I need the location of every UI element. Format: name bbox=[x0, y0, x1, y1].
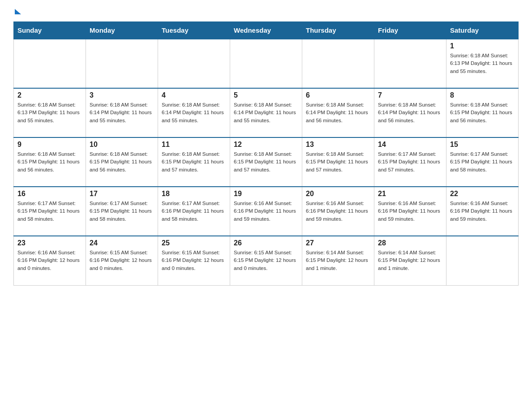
calendar-cell: 18Sunrise: 6:17 AM Sunset: 6:16 PM Dayli… bbox=[158, 187, 230, 236]
day-info: Sunrise: 6:18 AM Sunset: 6:13 PM Dayligh… bbox=[450, 52, 515, 75]
day-number: 3 bbox=[90, 91, 154, 99]
day-info: Sunrise: 6:18 AM Sunset: 6:14 PM Dayligh… bbox=[90, 101, 154, 124]
week-row-1: 1Sunrise: 6:18 AM Sunset: 6:13 PM Daylig… bbox=[14, 39, 519, 88]
calendar-cell: 28Sunrise: 6:14 AM Sunset: 6:15 PM Dayli… bbox=[374, 236, 446, 285]
day-info: Sunrise: 6:18 AM Sunset: 6:14 PM Dayligh… bbox=[162, 101, 226, 124]
calendar-cell bbox=[374, 39, 446, 88]
day-info: Sunrise: 6:16 AM Sunset: 6:16 PM Dayligh… bbox=[234, 200, 298, 223]
day-info: Sunrise: 6:18 AM Sunset: 6:13 PM Dayligh… bbox=[17, 101, 82, 124]
week-row-4: 16Sunrise: 6:17 AM Sunset: 6:15 PM Dayli… bbox=[14, 187, 519, 236]
day-info: Sunrise: 6:14 AM Sunset: 6:15 PM Dayligh… bbox=[378, 249, 442, 272]
calendar-cell bbox=[14, 39, 86, 88]
day-info: Sunrise: 6:17 AM Sunset: 6:15 PM Dayligh… bbox=[450, 150, 515, 174]
day-number: 12 bbox=[234, 141, 298, 149]
day-info: Sunrise: 6:18 AM Sunset: 6:15 PM Dayligh… bbox=[90, 150, 154, 174]
day-number: 1 bbox=[450, 42, 515, 50]
day-number: 24 bbox=[90, 239, 154, 247]
day-number: 9 bbox=[17, 141, 82, 149]
calendar-cell bbox=[158, 39, 230, 88]
calendar-cell: 24Sunrise: 6:15 AM Sunset: 6:16 PM Dayli… bbox=[86, 236, 158, 285]
calendar-cell: 17Sunrise: 6:17 AM Sunset: 6:15 PM Dayli… bbox=[86, 187, 158, 236]
calendar-cell: 16Sunrise: 6:17 AM Sunset: 6:15 PM Dayli… bbox=[14, 187, 86, 236]
calendar-cell bbox=[302, 39, 374, 88]
calendar-cell: 19Sunrise: 6:16 AM Sunset: 6:16 PM Dayli… bbox=[230, 187, 302, 236]
day-info: Sunrise: 6:18 AM Sunset: 6:15 PM Dayligh… bbox=[234, 150, 298, 174]
day-info: Sunrise: 6:14 AM Sunset: 6:15 PM Dayligh… bbox=[306, 249, 370, 272]
calendar-cell: 10Sunrise: 6:18 AM Sunset: 6:15 PM Dayli… bbox=[86, 137, 158, 187]
day-info: Sunrise: 6:18 AM Sunset: 6:15 PM Dayligh… bbox=[450, 101, 515, 124]
day-info: Sunrise: 6:15 AM Sunset: 6:16 PM Dayligh… bbox=[162, 249, 226, 272]
calendar-cell: 5Sunrise: 6:18 AM Sunset: 6:14 PM Daylig… bbox=[230, 88, 302, 137]
day-number: 2 bbox=[17, 91, 82, 99]
day-header-wednesday: Wednesday bbox=[230, 22, 302, 39]
calendar-cell: 8Sunrise: 6:18 AM Sunset: 6:15 PM Daylig… bbox=[446, 88, 519, 137]
header-row: SundayMondayTuesdayWednesdayThursdayFrid… bbox=[14, 22, 519, 39]
day-number: 16 bbox=[17, 190, 82, 198]
day-info: Sunrise: 6:17 AM Sunset: 6:15 PM Dayligh… bbox=[17, 200, 82, 223]
calendar-cell: 2Sunrise: 6:18 AM Sunset: 6:13 PM Daylig… bbox=[14, 88, 86, 137]
day-number: 25 bbox=[162, 239, 226, 247]
calendar-cell: 27Sunrise: 6:14 AM Sunset: 6:15 PM Dayli… bbox=[302, 236, 374, 285]
day-info: Sunrise: 6:16 AM Sunset: 6:16 PM Dayligh… bbox=[450, 200, 515, 223]
calendar-cell: 12Sunrise: 6:18 AM Sunset: 6:15 PM Dayli… bbox=[230, 137, 302, 187]
calendar-cell: 25Sunrise: 6:15 AM Sunset: 6:16 PM Dayli… bbox=[158, 236, 230, 285]
day-info: Sunrise: 6:17 AM Sunset: 6:16 PM Dayligh… bbox=[162, 200, 226, 223]
day-number: 22 bbox=[450, 190, 515, 198]
day-number: 20 bbox=[306, 190, 370, 198]
day-number: 8 bbox=[450, 91, 515, 99]
day-info: Sunrise: 6:18 AM Sunset: 6:15 PM Dayligh… bbox=[17, 150, 82, 174]
day-number: 7 bbox=[378, 91, 442, 99]
week-row-5: 23Sunrise: 6:16 AM Sunset: 6:16 PM Dayli… bbox=[14, 236, 519, 285]
calendar-cell bbox=[86, 39, 158, 88]
calendar-cell: 11Sunrise: 6:18 AM Sunset: 6:15 PM Dayli… bbox=[158, 137, 230, 187]
calendar-table: SundayMondayTuesdayWednesdayThursdayFrid… bbox=[13, 21, 519, 286]
day-number: 15 bbox=[450, 141, 515, 149]
page-header: Blue bbox=[13, 9, 519, 14]
calendar-cell: 14Sunrise: 6:17 AM Sunset: 6:15 PM Dayli… bbox=[374, 137, 446, 187]
day-info: Sunrise: 6:18 AM Sunset: 6:14 PM Dayligh… bbox=[234, 101, 298, 124]
day-info: Sunrise: 6:18 AM Sunset: 6:14 PM Dayligh… bbox=[306, 101, 370, 124]
day-info: Sunrise: 6:17 AM Sunset: 6:15 PM Dayligh… bbox=[90, 200, 154, 223]
calendar-cell: 3Sunrise: 6:18 AM Sunset: 6:14 PM Daylig… bbox=[86, 88, 158, 137]
day-info: Sunrise: 6:18 AM Sunset: 6:15 PM Dayligh… bbox=[162, 150, 226, 174]
day-info: Sunrise: 6:17 AM Sunset: 6:15 PM Dayligh… bbox=[378, 150, 442, 174]
day-info: Sunrise: 6:18 AM Sunset: 6:15 PM Dayligh… bbox=[306, 150, 370, 174]
day-number: 28 bbox=[378, 239, 442, 247]
day-info: Sunrise: 6:15 AM Sunset: 6:16 PM Dayligh… bbox=[90, 249, 154, 272]
calendar-cell: 22Sunrise: 6:16 AM Sunset: 6:16 PM Dayli… bbox=[446, 187, 519, 236]
day-info: Sunrise: 6:15 AM Sunset: 6:15 PM Dayligh… bbox=[234, 249, 298, 272]
calendar-cell bbox=[446, 236, 519, 285]
day-number: 10 bbox=[90, 141, 154, 149]
day-header-sunday: Sunday bbox=[14, 22, 86, 39]
day-header-monday: Monday bbox=[86, 22, 158, 39]
day-header-friday: Friday bbox=[374, 22, 446, 39]
day-info: Sunrise: 6:16 AM Sunset: 6:16 PM Dayligh… bbox=[306, 200, 370, 223]
day-number: 14 bbox=[378, 141, 442, 149]
calendar-cell: 13Sunrise: 6:18 AM Sunset: 6:15 PM Dayli… bbox=[302, 137, 374, 187]
calendar-cell: 1Sunrise: 6:18 AM Sunset: 6:13 PM Daylig… bbox=[446, 39, 519, 88]
logo: Blue bbox=[13, 9, 21, 14]
calendar-cell: 6Sunrise: 6:18 AM Sunset: 6:14 PM Daylig… bbox=[302, 88, 374, 137]
day-number: 21 bbox=[378, 190, 442, 198]
calendar-cell: 23Sunrise: 6:16 AM Sunset: 6:16 PM Dayli… bbox=[14, 236, 86, 285]
day-number: 18 bbox=[162, 190, 226, 198]
day-header-thursday: Thursday bbox=[302, 22, 374, 39]
day-header-tuesday: Tuesday bbox=[158, 22, 230, 39]
day-number: 26 bbox=[234, 239, 298, 247]
day-number: 6 bbox=[306, 91, 370, 99]
calendar-cell: 26Sunrise: 6:15 AM Sunset: 6:15 PM Dayli… bbox=[230, 236, 302, 285]
day-number: 23 bbox=[17, 239, 82, 247]
logo-line1 bbox=[13, 9, 21, 14]
calendar-cell: 20Sunrise: 6:16 AM Sunset: 6:16 PM Dayli… bbox=[302, 187, 374, 236]
calendar-cell bbox=[230, 39, 302, 88]
day-info: Sunrise: 6:16 AM Sunset: 6:16 PM Dayligh… bbox=[17, 249, 82, 272]
logo-arrow-icon bbox=[15, 9, 21, 14]
day-number: 19 bbox=[234, 190, 298, 198]
day-number: 4 bbox=[162, 91, 226, 99]
day-number: 13 bbox=[306, 141, 370, 149]
calendar-cell: 15Sunrise: 6:17 AM Sunset: 6:15 PM Dayli… bbox=[446, 137, 519, 187]
calendar-cell: 21Sunrise: 6:16 AM Sunset: 6:16 PM Dayli… bbox=[374, 187, 446, 236]
day-number: 11 bbox=[162, 141, 226, 149]
day-info: Sunrise: 6:16 AM Sunset: 6:16 PM Dayligh… bbox=[378, 200, 442, 223]
day-number: 27 bbox=[306, 239, 370, 247]
